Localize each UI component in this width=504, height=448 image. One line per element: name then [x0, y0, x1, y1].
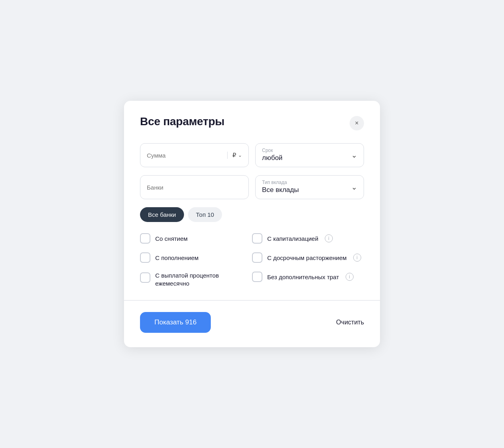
- checkbox-withdrawal-label: Со снятием: [155, 235, 188, 243]
- checkbox-early-termination-label: С досрочным расторжением: [267, 254, 347, 262]
- deposit-type-dropdown[interactable]: Тип вклада Все вклады ⌄: [255, 175, 364, 199]
- bank-filter-row: Все банки Топ 10: [140, 207, 364, 222]
- checkbox-no-extra-costs[interactable]: Без дополнительных трат i: [252, 272, 364, 282]
- checkboxes-left-col: Со снятием С пополнением С выплатой проц…: [140, 233, 252, 287]
- modal-title: Все параметры: [140, 115, 224, 128]
- show-results-button[interactable]: Показать 916: [140, 312, 211, 333]
- amount-input[interactable]: [147, 152, 227, 159]
- term-label: Срок: [262, 148, 357, 153]
- form-row-2: Тип вклада Все вклады ⌄: [140, 175, 364, 199]
- checkbox-no-extra-costs-label: Без дополнительных трат: [267, 273, 339, 281]
- show-results-label: Показать 916: [154, 318, 196, 326]
- top10-chip-label: Топ 10: [196, 211, 214, 218]
- all-banks-chip-label: Все банки: [148, 211, 176, 218]
- checkboxes-grid: Со снятием С пополнением С выплатой проц…: [140, 233, 364, 287]
- checkbox-topup-box: [140, 252, 150, 263]
- checkboxes-right-col: С капитализацией i С досрочным расторжен…: [252, 233, 364, 287]
- term-chevron-icon: ⌄: [351, 151, 357, 160]
- close-button[interactable]: ×: [350, 116, 364, 130]
- form-row-1: ₽ ⌄ Срок любой ⌄: [140, 143, 364, 167]
- no-extra-costs-info-icon[interactable]: i: [346, 273, 354, 281]
- modal-header: Все параметры ×: [140, 115, 364, 130]
- early-termination-info-icon[interactable]: i: [353, 254, 361, 262]
- checkbox-early-termination-box: [252, 252, 262, 263]
- currency-chevron-icon: ⌄: [238, 152, 242, 158]
- checkbox-capitalization-label: С капитализацией: [267, 235, 318, 243]
- banks-input[interactable]: [147, 184, 242, 191]
- modal-container: Все параметры × ₽ ⌄ Срок любой ⌄ Тип вкл…: [124, 101, 380, 347]
- checkbox-no-extra-costs-box: [252, 272, 262, 282]
- term-value: любой: [262, 154, 357, 162]
- checkbox-monthly-payout[interactable]: С выплатой процентовежемесячно: [140, 272, 252, 287]
- deposit-type-label: Тип вклада: [262, 180, 357, 185]
- footer-divider: [124, 300, 380, 301]
- clear-button[interactable]: Очистить: [336, 319, 364, 326]
- checkbox-early-termination[interactable]: С досрочным расторжением i: [252, 252, 364, 263]
- checkbox-monthly-payout-box: [140, 272, 150, 283]
- all-banks-chip[interactable]: Все банки: [140, 207, 184, 222]
- close-icon: ×: [355, 120, 358, 127]
- clear-label: Очистить: [336, 319, 364, 326]
- checkbox-withdrawal[interactable]: Со снятием: [140, 233, 252, 244]
- currency-selector[interactable]: ₽ ⌄: [227, 152, 242, 159]
- top10-chip[interactable]: Топ 10: [188, 207, 222, 222]
- checkbox-withdrawal-box: [140, 233, 150, 244]
- term-dropdown[interactable]: Срок любой ⌄: [255, 143, 364, 167]
- deposit-type-chevron-icon: ⌄: [351, 183, 357, 192]
- checkbox-topup[interactable]: С пополнением: [140, 252, 252, 263]
- banks-input-wrapper: [140, 175, 249, 199]
- checkbox-monthly-payout-label: С выплатой процентовежемесячно: [155, 272, 219, 287]
- checkbox-capitalization[interactable]: С капитализацией i: [252, 233, 364, 244]
- checkbox-capitalization-box: [252, 233, 262, 244]
- deposit-type-value: Все вклады: [262, 186, 357, 194]
- amount-input-wrapper: ₽ ⌄: [140, 143, 249, 167]
- currency-symbol: ₽: [232, 152, 236, 159]
- modal-footer: Показать 916 Очистить: [140, 312, 364, 333]
- checkbox-topup-label: С пополнением: [155, 254, 198, 262]
- capitalization-info-icon[interactable]: i: [325, 234, 333, 242]
